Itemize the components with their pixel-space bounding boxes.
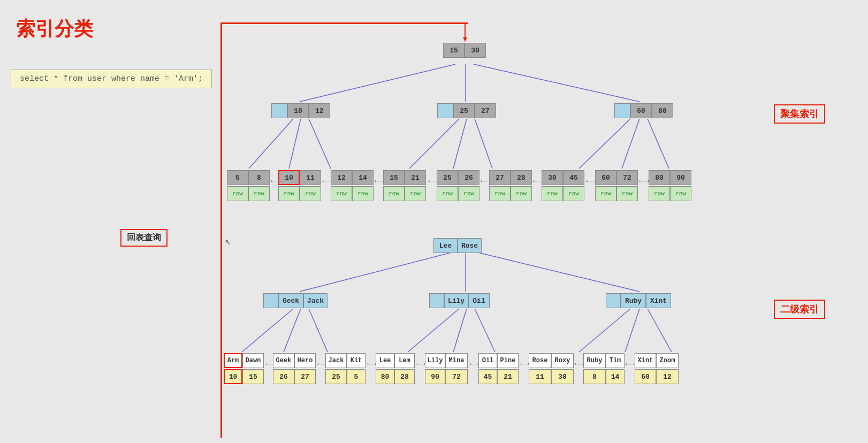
svg-line-13 — [648, 119, 669, 169]
leaf-cell-90: 90 — [670, 170, 691, 185]
svg-line-25 — [648, 309, 672, 352]
sec-root-cell-rose: Rose — [458, 238, 482, 253]
leaf-cell-11: 11 — [300, 170, 321, 185]
svg-line-11 — [579, 119, 630, 169]
sec-leaf-cell-lee: Lee — [376, 353, 394, 368]
row-cell-90: row — [670, 186, 691, 201]
sec-l2-spacer-l — [263, 293, 278, 308]
row-cell-28: row — [511, 186, 532, 201]
leaf-80-90: 80 90 row row — [649, 170, 691, 201]
sec-val-10-hl: 10 — [224, 369, 242, 384]
row-cell-72: row — [616, 186, 638, 201]
sec-l2-spacer-r — [606, 293, 621, 308]
sec-leaf-cell-lily: Lily — [425, 353, 445, 368]
sec-val-12: 12 — [656, 369, 679, 384]
leaf-cell-72: 72 — [616, 170, 638, 185]
leaf-cell-8: 8 — [248, 170, 270, 185]
sec-leaf-cell-xint: Xint — [635, 353, 656, 368]
svg-line-21 — [453, 309, 467, 352]
sec-leaf-cell-dawn: Dawn — [242, 353, 264, 368]
sec-val-27: 27 — [294, 369, 316, 384]
sec-leaf-lee-lem: Lee Lem 80 28 — [376, 353, 415, 384]
svg-line-8 — [409, 119, 459, 169]
l2-mid-spacer — [437, 103, 453, 118]
row-cell-10-hl: row — [278, 186, 300, 201]
svg-line-4 — [474, 64, 639, 102]
sec-arrow-4: ←→ — [416, 360, 425, 368]
row-cell-14: row — [352, 186, 374, 201]
sec-val-90: 90 — [425, 369, 445, 384]
sec-l2-cell-ruby: Ruby — [621, 293, 646, 308]
sec-arrow-7: ←→ — [575, 360, 584, 368]
red-horizontal-line — [220, 22, 468, 24]
sec-val-28: 28 — [394, 369, 415, 384]
sec-val-8: 8 — [583, 369, 606, 384]
secondary-root: Lee Rose — [433, 238, 482, 253]
row-cell-30: row — [542, 186, 563, 201]
l2-cell-12: 12 — [309, 103, 330, 118]
svg-line-20 — [408, 309, 459, 352]
sec-val-26: 26 — [273, 369, 294, 384]
red-vertical-line — [220, 22, 222, 438]
clustered-root: 15 30 — [443, 43, 486, 58]
sec-leaf-cell-hero: Hero — [294, 353, 316, 368]
leaf-cell-80: 80 — [649, 170, 670, 185]
page-title: 索引分类 — [16, 16, 93, 42]
sec-val-15: 15 — [242, 369, 264, 384]
sec-leaf-geek-hero: Geek Hero 26 27 — [273, 353, 316, 384]
sec-val-11: 11 — [529, 369, 551, 384]
row-cell-26: row — [458, 186, 479, 201]
svg-line-22 — [475, 309, 495, 352]
row-cell-80: row — [649, 186, 670, 201]
arrow-8: ←→ — [639, 177, 649, 186]
l2-cell-80: 80 — [652, 103, 673, 118]
svg-line-19 — [309, 309, 328, 352]
sec-leaf-cell-roxy: Roxy — [551, 353, 574, 368]
sec-val-60: 60 — [635, 369, 656, 384]
sec-val-5: 5 — [347, 369, 366, 384]
sec-leaf-cell-mina: Mina — [445, 353, 468, 368]
svg-line-5 — [249, 119, 293, 169]
sec-leaf-cell-geek: Geek — [273, 353, 294, 368]
leaf-12-14: 12 14 row row — [331, 170, 374, 201]
sec-arrow-6: ←→ — [520, 360, 529, 368]
svg-line-23 — [579, 309, 630, 352]
sec-l2-right: Ruby Xint — [606, 293, 671, 308]
sec-leaf-cell-arm: Arm — [224, 353, 242, 368]
sec-leaf-cell-kit: Kit — [347, 353, 366, 368]
svg-line-17 — [242, 309, 293, 352]
leaf-10-11: 10 11 row row — [278, 170, 321, 201]
svg-line-14 — [300, 251, 455, 292]
row-cell-25: row — [437, 186, 458, 201]
leaf-cell-25: 25 — [437, 170, 458, 185]
leaf-cell-60: 60 — [595, 170, 616, 185]
sec-val-30: 30 — [551, 369, 574, 384]
l2-cell-60: 60 — [630, 103, 652, 118]
l2-left-spacer — [271, 103, 287, 118]
sec-val-14: 14 — [606, 369, 625, 384]
sec-val-25: 25 — [325, 369, 347, 384]
sec-val-72: 72 — [445, 369, 468, 384]
svg-line-6 — [289, 119, 301, 169]
sec-arrow-5: ←→ — [470, 360, 479, 368]
row-cell-11: row — [300, 186, 321, 201]
row-cell-8: row — [248, 186, 270, 201]
sec-root-cell-lee: Lee — [433, 238, 458, 253]
svg-marker-1 — [463, 37, 467, 42]
l2-cell-25: 25 — [453, 103, 475, 118]
sec-val-21: 21 — [497, 369, 519, 384]
sec-l2-left: Geek Jack — [263, 293, 328, 308]
leaf-5-8: 5 8 row row — [227, 170, 270, 201]
sec-val-45: 45 — [478, 369, 497, 384]
l2-cell-27: 27 — [475, 103, 496, 118]
sec-leaf-cell-ruby: Ruby — [583, 353, 606, 368]
clustered-l2-left: 10 12 — [271, 103, 330, 118]
leaf-60-72: 60 72 row row — [595, 170, 638, 201]
row-cell-60: row — [595, 186, 616, 201]
row-cell-12: row — [331, 186, 352, 201]
clustered-l2-mid: 25 27 — [437, 103, 496, 118]
sec-leaf-cell-oil: Oil — [478, 353, 497, 368]
svg-line-10 — [475, 119, 492, 169]
svg-line-24 — [625, 309, 639, 352]
sec-l2-cell-jack: Jack — [303, 293, 328, 308]
